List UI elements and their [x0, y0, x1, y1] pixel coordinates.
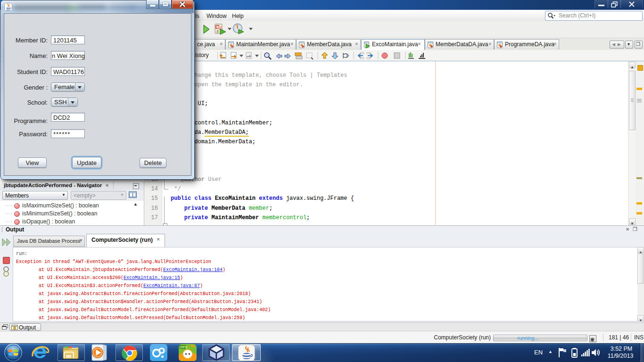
svg-text:3: 3 — [216, 29, 219, 33]
svg-text:PPS: PPS — [180, 345, 187, 349]
